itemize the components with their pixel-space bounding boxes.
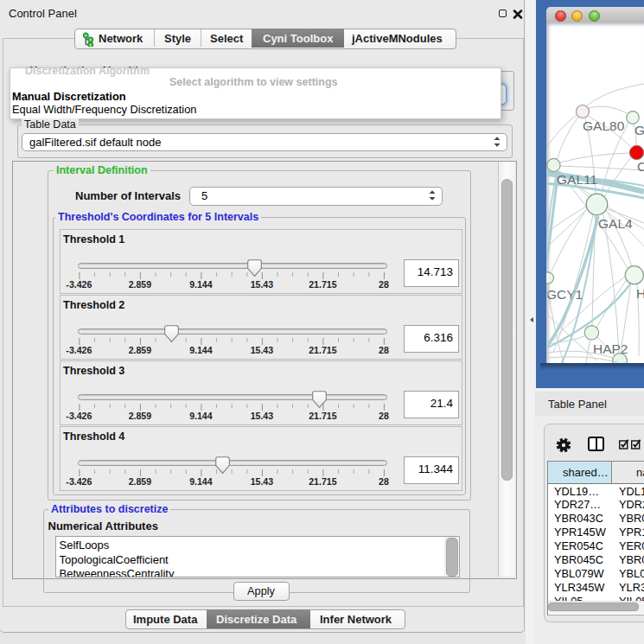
svg-text:GA: GA bbox=[634, 123, 644, 137]
svg-text:H: H bbox=[636, 286, 644, 301]
svg-text:HAP2: HAP2 bbox=[593, 341, 628, 356]
svg-text:GAL80: GAL80 bbox=[583, 118, 625, 133]
svg-text:GCY1: GCY1 bbox=[546, 287, 583, 302]
svg-text:GAL11: GAL11 bbox=[557, 172, 597, 187]
svg-text:C: C bbox=[637, 159, 644, 174]
